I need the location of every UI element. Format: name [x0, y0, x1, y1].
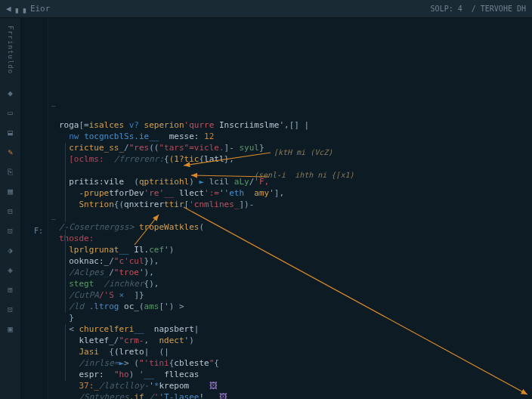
fold-marker: [48, 350, 59, 361]
line-number: [21, 89, 48, 101]
code-line[interactable]: /ld .ltrog oc_(ams[') >: [59, 301, 532, 312]
code-line[interactable]: espr: "ho) '__ fllecas: [59, 369, 532, 380]
fold-marker: [48, 373, 59, 384]
fold-marker: [48, 157, 59, 169]
fold-marker: [48, 305, 59, 316]
fold-guide-1: [65, 143, 66, 222]
activity-vertical-label: Frrintuldo: [7, 26, 14, 74]
line-number: [21, 112, 48, 123]
code-line[interactable]: /Sntyheres.jf /''T-lasee! 🖾: [59, 391, 532, 399]
tool-icon-8[interactable]: ⊡: [4, 224, 17, 237]
line-number: [21, 101, 48, 112]
code-line[interactable]: ooknac:_/"c'cul}),: [59, 255, 532, 267]
code-line[interactable]: -prupetforDev're'__ llect':=''eth amy'],: [59, 187, 532, 199]
line-number-gutter: F:: [21, 18, 48, 399]
tool-icon-6[interactable]: ▦: [4, 184, 17, 198]
fold-marker: [48, 180, 59, 191]
line-number: [21, 271, 48, 282]
code-line[interactable]: Jasi {(lreto| (|: [59, 346, 532, 357]
line-number: [21, 123, 48, 135]
code-line[interactable]: lprlgrunat__ Il.cef'): [59, 244, 532, 255]
titlebar-left: ◀ ▖▗ Eior: [6, 4, 50, 14]
tool-icon-9[interactable]: ⬗: [4, 243, 17, 257]
line-number: [21, 259, 48, 271]
fold-marker: [48, 225, 59, 237]
tool-icon-12[interactable]: ⊡: [4, 302, 17, 316]
fold-marker: [48, 21, 59, 32]
fold-marker: [48, 339, 59, 350]
code-line[interactable]: }: [59, 312, 532, 323]
line-number: [21, 55, 48, 66]
tool-icon-1[interactable]: ◆: [4, 86, 17, 100]
code-line[interactable]: [59, 210, 532, 221]
code-line[interactable]: thosde:: [59, 233, 532, 244]
tool-icon-10[interactable]: ◈: [4, 263, 17, 277]
line-number: [21, 78, 48, 89]
tool-icon-11[interactable]: ⊞: [4, 283, 17, 296]
fold-marker: [48, 169, 59, 180]
line-number: [21, 293, 48, 305]
fold-marker[interactable]: —: [48, 214, 59, 225]
line-number: [21, 282, 48, 293]
main-area: Frrintuldo ◆ ▭ ⬓ ✎ ⎘ ▦ ⊟ ⊡ ⬗ ◈ ⊞ ⊡ ▣ F: …: [0, 18, 532, 399]
fold-marker: [48, 282, 59, 293]
fold-marker: [48, 32, 59, 44]
fold-marker: [48, 44, 59, 55]
line-number: F:: [21, 225, 48, 237]
line-number: [21, 316, 48, 327]
code-line[interactable]: roga[=isalces v? seperion'qurre Inscriim…: [59, 119, 532, 131]
code-line[interactable]: 37:_/latclloy-'*krepom 🖾: [59, 380, 532, 391]
line-number: [21, 32, 48, 44]
line-number: [21, 361, 48, 373]
tool-icon-2[interactable]: ▭: [4, 106, 17, 119]
titlebar-right: SOLP: 4 / TERVOHE DH: [431, 5, 526, 13]
line-number: [21, 169, 48, 180]
code-line[interactable]: Sntrion{(qnxtirerttir['cnmlines_])-: [59, 199, 532, 210]
code-line[interactable]: < churcelferi__ napsbert|: [59, 323, 532, 335]
annotation-1: [ktH mi (VcZ): [274, 148, 332, 156]
tool-icon-5[interactable]: ⎘: [4, 165, 17, 178]
fold-marker: [48, 135, 59, 146]
code-line[interactable]: /CutPA/'S × ]}: [59, 289, 532, 301]
fold-marker: [48, 146, 59, 157]
tool-icon-7[interactable]: ⊟: [4, 204, 17, 218]
filename[interactable]: Eior: [30, 4, 51, 14]
code-line[interactable]: /inrlse=►> ("'tini{cbleste"{: [59, 357, 532, 369]
fold-marker: [48, 112, 59, 123]
code-line[interactable]: stegt /inchker{),: [59, 278, 532, 289]
fold-marker: [48, 237, 59, 248]
fold-marker: [48, 327, 59, 339]
line-number: [21, 214, 48, 225]
code-line[interactable]: kletef_/"crm-, ndect'): [59, 335, 532, 346]
tool-icon-13[interactable]: ▣: [4, 322, 17, 336]
fold-marker: [48, 55, 59, 66]
code-line[interactable]: /Aclpes_/"troe'),: [59, 267, 532, 278]
fold-marker: [48, 66, 59, 78]
fold-marker: [48, 293, 59, 305]
line-number: [21, 237, 48, 248]
line-number: [21, 146, 48, 157]
fold-marker: [48, 271, 59, 282]
code-editor[interactable]: [ktH mi (VcZ) (senl-i ihth ni {[x1) roga…: [59, 18, 532, 399]
fold-marker: [48, 361, 59, 373]
line-number: [21, 203, 48, 214]
fold-marker: [48, 78, 59, 89]
pencil-icon[interactable]: ✎: [4, 145, 17, 159]
line-number: [21, 373, 48, 384]
code-line[interactable]: /-Cosertnergss> tropeWatkles(: [59, 221, 532, 233]
fold-marker: [48, 89, 59, 101]
line-number: [21, 339, 48, 350]
fold-marker[interactable]: —: [48, 101, 59, 112]
line-number: [21, 384, 48, 395]
titlebar: ◀ ▖▗ Eior SOLP: 4 / TERVOHE DH: [0, 0, 532, 18]
line-number: [21, 66, 48, 78]
annotation-2: (senl-i ihth ni {[x1): [254, 171, 354, 179]
tool-icon-3[interactable]: ⬓: [4, 125, 17, 139]
folder-icon[interactable]: ▖▗: [16, 4, 26, 14]
status-indicator-1: SOLP: 4: [431, 5, 462, 13]
fold-marker: [48, 191, 59, 203]
line-number: [21, 248, 48, 259]
back-icon[interactable]: ◀: [6, 4, 11, 14]
editor-area: F: —— [ktH mi (VcZ) (senl-i ihth ni {[x1…: [21, 18, 532, 399]
code-line[interactable]: nw tocgncblSs.ie__ messe: 12: [59, 131, 532, 142]
